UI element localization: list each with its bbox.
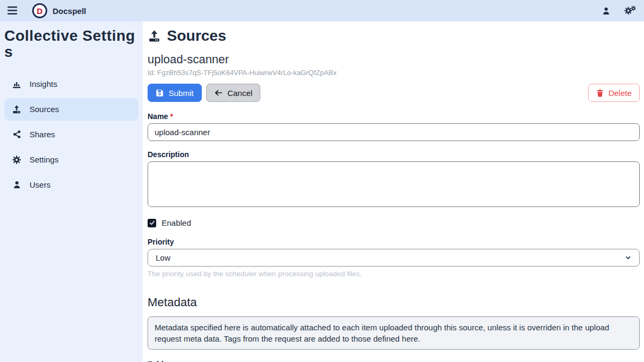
save-icon	[156, 89, 164, 97]
docspell-logo-icon: D	[32, 3, 47, 18]
app-name: Docspell	[53, 6, 86, 16]
folder-label: Folder	[148, 360, 640, 362]
logo-letter: D	[37, 6, 43, 14]
sidebar-title: Collective Settings	[4, 28, 138, 60]
action-button-row: Submit Cancel	[148, 84, 640, 102]
user-account-icon[interactable]	[602, 6, 611, 16]
priority-select[interactable]: Low	[148, 249, 640, 267]
page-title: Sources	[167, 27, 226, 45]
main-content: Sources upload-scanner Id: FgzBh53s7qS-T…	[143, 21, 644, 362]
source-id: Id: FgzBh53s7qS-TFj5oK64VPA-HuiwrwV4rLo-…	[148, 69, 640, 77]
name-label: Name *	[148, 112, 640, 121]
name-input[interactable]	[148, 123, 640, 141]
gear-icon	[11, 155, 22, 165]
cancel-button-label: Cancel	[228, 88, 253, 98]
bar-chart-icon	[11, 79, 22, 89]
delete-button[interactable]: Delete	[588, 84, 640, 102]
metadata-note: Metadata specified here is automatically…	[148, 316, 640, 350]
sidebar-item-label: Insights	[30, 79, 57, 88]
hamburger-menu-icon[interactable]	[8, 6, 18, 15]
source-name: upload-scanner	[148, 53, 640, 67]
cancel-button[interactable]: Cancel	[206, 84, 261, 102]
app-logo[interactable]: D Docspell	[32, 3, 86, 18]
sidebar-item-label: Shares	[30, 130, 55, 139]
sidebar-item-label: Sources	[30, 105, 59, 114]
sidebar-item-label: Users	[30, 180, 50, 189]
arrow-left-icon	[214, 89, 223, 97]
sidebar-item-label: Settings	[30, 155, 58, 164]
sidebar: Collective Settings Insights Sources	[0, 21, 143, 362]
sidebar-item-settings[interactable]: Settings	[4, 149, 138, 171]
submit-button[interactable]: Submit	[148, 84, 202, 102]
topbar-actions	[602, 5, 636, 16]
description-label: Description	[148, 150, 640, 159]
trash-icon	[596, 89, 604, 97]
enabled-checkbox[interactable]	[148, 219, 156, 227]
submit-button-label: Submit	[169, 88, 194, 98]
priority-label: Priority	[148, 238, 640, 246]
enabled-field: Enabled	[148, 218, 640, 227]
priority-selected-value: Low	[156, 253, 171, 262]
upload-icon	[11, 105, 22, 114]
sidebar-item-sources[interactable]: Sources	[4, 98, 138, 121]
metadata-section-title: Metadata	[148, 295, 640, 309]
page-header: Sources	[148, 27, 640, 45]
description-textarea[interactable]	[148, 161, 640, 207]
delete-button-label: Delete	[609, 88, 632, 98]
cogs-icon[interactable]	[624, 5, 636, 16]
user-icon	[11, 180, 22, 189]
sidebar-item-insights[interactable]: Insights	[4, 73, 138, 95]
enabled-label: Enabled	[162, 218, 191, 227]
chevron-down-icon	[625, 254, 632, 261]
sidebar-item-users[interactable]: Users	[4, 174, 138, 196]
priority-hint: The priority used by the scheduler when …	[148, 270, 640, 278]
sidebar-item-shares[interactable]: Shares	[4, 123, 138, 146]
upload-icon	[148, 29, 161, 43]
share-nodes-icon	[11, 130, 22, 139]
top-bar: D Docspell	[0, 0, 644, 21]
required-asterisk: *	[170, 112, 173, 121]
